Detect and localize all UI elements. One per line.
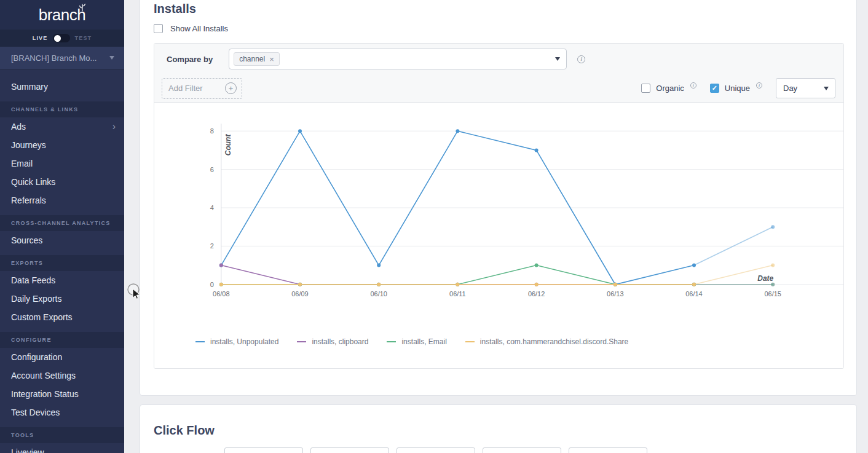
app-selector-label: [BRANCH] Branch Mo... [11, 53, 97, 63]
test-label: TEST [75, 35, 92, 41]
legend-color-dash [387, 341, 396, 342]
click-flow-step-select-3[interactable] [397, 447, 475, 453]
svg-text:06/13: 06/13 [607, 290, 623, 297]
svg-text:06/10: 06/10 [370, 290, 387, 297]
sidebar-item-label: Email [11, 154, 33, 173]
click-flow-title: Click Flow [154, 423, 844, 437]
filter-row: Add Filter Organic Unique [154, 74, 843, 103]
screen: branch LIVE TEST [BRANCH] Branch Mo... S… [0, 0, 868, 453]
legend-label: installs, Unpopulated [210, 337, 278, 346]
installs-filter-panel: Compare by channel × Add Filter [154, 43, 844, 369]
sidebar-item-label: Data Feeds [11, 271, 55, 290]
legend-item[interactable]: installs, clipboard [297, 337, 368, 346]
plus-icon [225, 82, 237, 94]
svg-text:06/08: 06/08 [213, 290, 229, 297]
sidebar-item-label: Configuration [11, 348, 62, 366]
show-all-installs-checkbox[interactable] [154, 24, 163, 33]
svg-text:Count: Count [224, 134, 232, 156]
legend-item[interactable]: installs, Unpopulated [195, 337, 278, 346]
sidebar-item-custom-exports[interactable]: Custom Exports [0, 308, 124, 326]
sidebar-item-email[interactable]: Email [0, 154, 124, 173]
organic-info-icon[interactable] [690, 82, 696, 89]
svg-text:06/11: 06/11 [449, 290, 466, 297]
legend-item[interactable]: installs, Email [387, 337, 446, 346]
sidebar-item-configuration[interactable]: Configuration [0, 348, 124, 366]
chevron-right-icon: › [112, 122, 116, 132]
main-content: Installs Show All Installs Compare by ch… [124, 0, 868, 453]
sidebar-item-test-devices[interactable]: Test Devices [0, 403, 124, 422]
installs-title: Installs [154, 2, 844, 15]
granularity-select[interactable]: Day [776, 78, 835, 98]
click-flow-controls: Unique [154, 447, 844, 453]
sidebar-item-label: Ads [11, 117, 26, 136]
organic-checkbox[interactable] [641, 84, 650, 93]
sidebar-item-data-feeds[interactable]: Data Feeds [0, 271, 124, 290]
sidebar-item-daily-exports[interactable]: Daily Exports [0, 290, 124, 308]
live-test-toggle[interactable] [53, 34, 70, 42]
sidebar-item-label: Liveview [11, 443, 44, 453]
sidebar-item-ads[interactable]: Ads› [0, 117, 124, 136]
selected-dimension-tag: channel × [234, 52, 280, 66]
compare-by-select[interactable]: channel × [229, 49, 567, 69]
app-selector[interactable]: [BRANCH] Branch Mo... [0, 47, 124, 69]
sidebar-item-label: Integration Status [11, 385, 79, 403]
sidebar-item-label: Summary [11, 77, 48, 96]
installs-chart-area: 0246806/0806/0906/1006/1106/1206/1306/14… [154, 103, 843, 368]
legend-color-dash [195, 341, 205, 342]
svg-text:6: 6 [210, 166, 214, 173]
sidebar-section-header: CONFIGURE [0, 332, 124, 348]
sidebar-item-account-settings[interactable]: Account Settings [0, 366, 124, 385]
sidebar-item-label: Referrals [11, 191, 46, 210]
sidebar-section-header: TOOLS [0, 427, 124, 443]
click-flow-card: Click Flow Unique [140, 404, 857, 453]
legend-color-dash [465, 341, 475, 342]
chart-legend: installs, Unpopulatedinstalls, clipboard… [154, 337, 843, 368]
add-filter-button[interactable]: Add Filter [162, 78, 242, 99]
show-all-installs-row: Show All Installs [154, 24, 844, 33]
legend-label: installs, Email [401, 337, 446, 346]
unique-label: Unique [725, 84, 750, 93]
tag-label: channel [239, 55, 265, 63]
sidebar-item-integration-status[interactable]: Integration Status [0, 385, 124, 403]
organic-label: Organic [656, 84, 684, 93]
click-flow-step-select-4[interactable] [483, 447, 561, 453]
sidebar-item-sources[interactable]: Sources [0, 231, 124, 250]
unique-checkbox[interactable] [710, 84, 719, 93]
sidebar-item-summary[interactable]: Summary [0, 77, 124, 96]
compare-by-info-icon[interactable] [577, 55, 585, 63]
click-flow-step-select-2[interactable] [310, 447, 389, 453]
sidebar-item-label: Journeys [11, 136, 46, 154]
installs-card: Installs Show All Installs Compare by ch… [140, 0, 857, 396]
unique-info-icon[interactable] [756, 82, 762, 89]
sidebar-item-label: Quick Links [11, 173, 55, 191]
click-flow-step-select-1[interactable] [224, 447, 303, 453]
sidebar-item-journeys[interactable]: Journeys [0, 136, 124, 154]
live-label: LIVE [33, 35, 48, 41]
svg-text:2: 2 [210, 242, 214, 250]
organic-option: Organic [641, 84, 696, 93]
sidebar-item-referrals[interactable]: Referrals [0, 191, 124, 210]
compare-by-label: Compare by [167, 55, 213, 64]
sidebar-item-label: Sources [11, 231, 42, 250]
legend-color-dash [297, 341, 306, 342]
legend-item[interactable]: installs, com.hammerandchisel.discord.Sh… [465, 337, 628, 346]
svg-text:4: 4 [210, 204, 214, 211]
granularity-value: Day [783, 84, 797, 93]
svg-text:0: 0 [210, 281, 214, 288]
legend-label: installs, com.hammerandchisel.discord.Sh… [480, 337, 628, 346]
sidebar-item-label: Account Settings [11, 366, 76, 385]
legend-label: installs, clipboard [312, 337, 368, 346]
unique-option: Unique [710, 84, 762, 93]
svg-text:Date: Date [757, 274, 773, 283]
click-flow-step-select-5[interactable] [569, 447, 647, 453]
svg-text:06/14: 06/14 [685, 290, 702, 297]
sidebar-item-label: Custom Exports [11, 308, 73, 326]
toggle-knob [54, 35, 61, 42]
sidebar-item-label: Daily Exports [11, 290, 61, 308]
sidebar-section-header: CHANNELS & LINKS [0, 101, 124, 117]
branch-logo[interactable]: branch [0, 0, 124, 30]
sidebar-item-quick-links[interactable]: Quick Links [0, 173, 124, 191]
sidebar-section-header: CROSS-CHANNEL ANALYTICS [0, 215, 124, 231]
sidebar-item-liveview[interactable]: Liveview [0, 443, 124, 453]
remove-tag-icon[interactable]: × [269, 55, 274, 63]
